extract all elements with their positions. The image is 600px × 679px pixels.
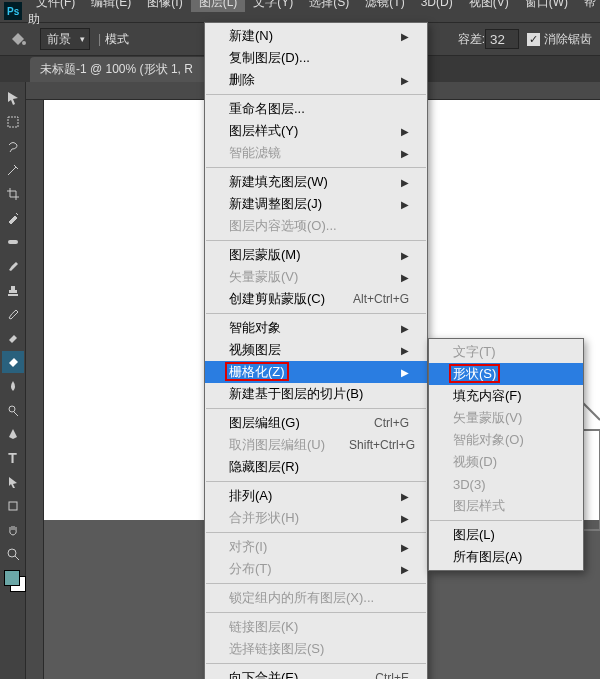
crop-tool[interactable] bbox=[2, 183, 24, 205]
shape-tool[interactable] bbox=[2, 495, 24, 517]
menu-item-label: 矢量蒙版(V) bbox=[229, 268, 381, 286]
menu-item[interactable]: 重命名图层... bbox=[205, 98, 427, 120]
menu-item-label: 复制图层(D)... bbox=[229, 49, 409, 67]
menu-7[interactable]: 3D(D) bbox=[413, 0, 461, 12]
menu-item[interactable]: 形状(S) bbox=[429, 363, 583, 385]
dodge-tool[interactable] bbox=[2, 399, 24, 421]
menu-item-label: 重命名图层... bbox=[229, 100, 409, 118]
menu-item: 矢量蒙版(V) bbox=[429, 407, 583, 429]
menu-item[interactable]: 复制图层(D)... bbox=[205, 47, 427, 69]
menu-item[interactable]: 视频图层▶ bbox=[205, 339, 427, 361]
chevron-down-icon: ▾ bbox=[80, 34, 85, 44]
menu-3[interactable]: 图层(L) bbox=[191, 0, 246, 12]
submenu-arrow-icon: ▶ bbox=[401, 148, 409, 159]
stamp-tool[interactable] bbox=[2, 279, 24, 301]
menu-item[interactable]: 图层(L) bbox=[429, 524, 583, 546]
eyedropper-tool[interactable] bbox=[2, 207, 24, 229]
rasterize-submenu: 文字(T)形状(S)填充内容(F)矢量蒙版(V)智能对象(O)视频(D)3D(3… bbox=[428, 338, 584, 571]
menu-item[interactable]: 新建(N)▶ bbox=[205, 25, 427, 47]
menu-item[interactable]: 排列(A)▶ bbox=[205, 485, 427, 507]
menu-item[interactable]: 向下合并(E)Ctrl+E bbox=[205, 667, 427, 679]
tolerance-input[interactable] bbox=[485, 29, 519, 49]
document-tab[interactable]: 未标题-1 @ 100% (形状 1, R × bbox=[30, 57, 221, 82]
submenu-arrow-icon: ▶ bbox=[401, 177, 409, 188]
menu-item[interactable]: 图层编组(G)Ctrl+G bbox=[205, 412, 427, 434]
menu-item-label: 智能对象(O) bbox=[453, 431, 565, 449]
document-tab-title: 未标题-1 @ 100% (形状 1, R bbox=[40, 62, 193, 76]
path-select-tool[interactable] bbox=[2, 471, 24, 493]
type-tool[interactable]: T bbox=[2, 447, 24, 469]
menu-4[interactable]: 文字(Y) bbox=[245, 0, 301, 12]
menu-item[interactable]: 删除▶ bbox=[205, 69, 427, 91]
menu-5[interactable]: 选择(S) bbox=[301, 0, 357, 12]
menu-item[interactable]: 新建填充图层(W)▶ bbox=[205, 171, 427, 193]
menu-item[interactable]: 隐藏图层(R) bbox=[205, 456, 427, 478]
pen-tool[interactable] bbox=[2, 423, 24, 445]
svg-rect-3 bbox=[8, 117, 18, 127]
menu-item: 智能对象(O) bbox=[429, 429, 583, 451]
menu-8[interactable]: 视图(V) bbox=[461, 0, 517, 12]
menu-item-label: 形状(S) bbox=[453, 365, 565, 383]
menu-item[interactable]: 智能对象▶ bbox=[205, 317, 427, 339]
menu-item[interactable]: 新建基于图层的切片(B) bbox=[205, 383, 427, 405]
brush-tool[interactable] bbox=[2, 255, 24, 277]
submenu-arrow-icon: ▶ bbox=[401, 491, 409, 502]
menu-item: 矢量蒙版(V)▶ bbox=[205, 266, 427, 288]
heal-tool[interactable] bbox=[2, 231, 24, 253]
menu-item-accel: Ctrl+E bbox=[375, 671, 409, 679]
mode-label: 模式 bbox=[105, 31, 129, 48]
menu-item: 文字(T) bbox=[429, 341, 583, 363]
menu-9[interactable]: 窗口(W) bbox=[517, 0, 576, 12]
menu-item[interactable]: 所有图层(A) bbox=[429, 546, 583, 568]
menu-item-label: 图层样式 bbox=[453, 497, 565, 515]
submenu-arrow-icon: ▶ bbox=[401, 564, 409, 575]
menu-item-label: 新建基于图层的切片(B) bbox=[229, 385, 409, 403]
svg-rect-6 bbox=[9, 502, 17, 510]
menu-item-label: 删除 bbox=[229, 71, 381, 89]
menu-2[interactable]: 图像(I) bbox=[139, 0, 190, 12]
color-swatches[interactable] bbox=[4, 570, 28, 594]
menu-item[interactable]: 图层蒙版(M)▶ bbox=[205, 244, 427, 266]
lasso-tool[interactable] bbox=[2, 135, 24, 157]
menu-item-label: 新建填充图层(W) bbox=[229, 173, 381, 191]
antialias-checkbox[interactable]: ✓ 消除锯齿 bbox=[527, 31, 592, 48]
menu-item[interactable]: 新建调整图层(J)▶ bbox=[205, 193, 427, 215]
submenu-arrow-icon: ▶ bbox=[401, 250, 409, 261]
menu-item[interactable]: 填充内容(F) bbox=[429, 385, 583, 407]
menu-item-label: 创建剪贴蒙版(C) bbox=[229, 290, 329, 308]
blur-tool[interactable] bbox=[2, 375, 24, 397]
tolerance-label: 容差: bbox=[458, 31, 485, 48]
fg-color-swatch[interactable] bbox=[4, 570, 20, 586]
menu-item-label: 智能对象 bbox=[229, 319, 381, 337]
svg-rect-4 bbox=[8, 240, 18, 244]
submenu-arrow-icon: ▶ bbox=[401, 367, 409, 378]
submenu-arrow-icon: ▶ bbox=[401, 323, 409, 334]
menu-item[interactable]: 创建剪贴蒙版(C)Alt+Ctrl+G bbox=[205, 288, 427, 310]
app-logo: Ps bbox=[4, 2, 22, 20]
menu-item-label: 栅格化(Z) bbox=[229, 363, 381, 381]
menu-item: 图层内容选项(O)... bbox=[205, 215, 427, 237]
menu-item: 对齐(I)▶ bbox=[205, 536, 427, 558]
menu-item: 分布(T)▶ bbox=[205, 558, 427, 580]
hand-tool[interactable] bbox=[2, 519, 24, 541]
menu-item-label: 填充内容(F) bbox=[453, 387, 565, 405]
marquee-tool[interactable] bbox=[2, 111, 24, 133]
fill-source-dropdown[interactable]: 前景 ▾ bbox=[40, 28, 90, 50]
move-tool[interactable] bbox=[2, 87, 24, 109]
menu-item: 视频(D) bbox=[429, 451, 583, 473]
wand-tool[interactable] bbox=[2, 159, 24, 181]
menu-bar: Ps 文件(F)编辑(E)图像(I)图层(L)文字(Y)选择(S)滤镜(T)3D… bbox=[0, 0, 600, 22]
submenu-arrow-icon: ▶ bbox=[401, 345, 409, 356]
bucket-tool[interactable] bbox=[2, 351, 24, 373]
menu-item-label: 新建(N) bbox=[229, 27, 381, 45]
menu-6[interactable]: 滤镜(T) bbox=[357, 0, 412, 12]
eraser-tool[interactable] bbox=[2, 327, 24, 349]
menu-item: 锁定组内的所有图层(X)... bbox=[205, 587, 427, 609]
history-brush-tool[interactable] bbox=[2, 303, 24, 325]
zoom-tool[interactable] bbox=[2, 543, 24, 565]
menu-item: 选择链接图层(S) bbox=[205, 638, 427, 660]
menu-item[interactable]: 栅格化(Z)▶ bbox=[205, 361, 427, 383]
menu-1[interactable]: 编辑(E) bbox=[83, 0, 139, 12]
submenu-arrow-icon: ▶ bbox=[401, 272, 409, 283]
menu-item[interactable]: 图层样式(Y)▶ bbox=[205, 120, 427, 142]
